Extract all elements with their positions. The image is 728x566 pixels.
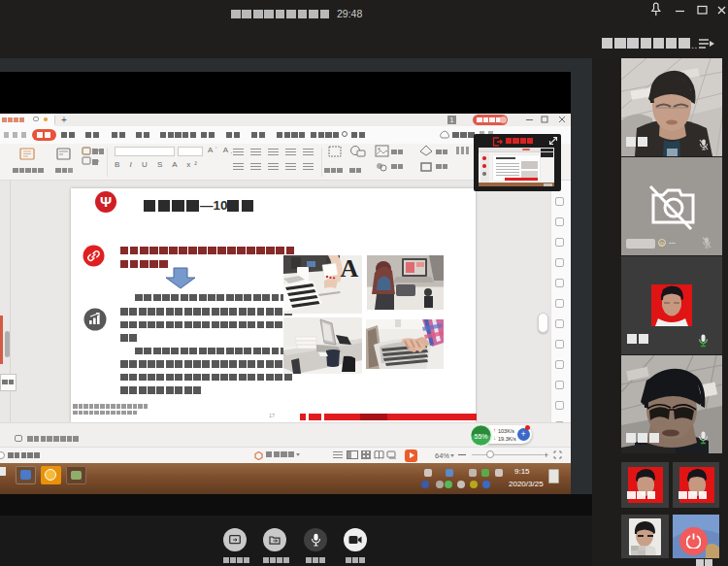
- svg-text:A: A: [341, 255, 359, 283]
- svg-text:55%: 55%: [474, 433, 487, 440]
